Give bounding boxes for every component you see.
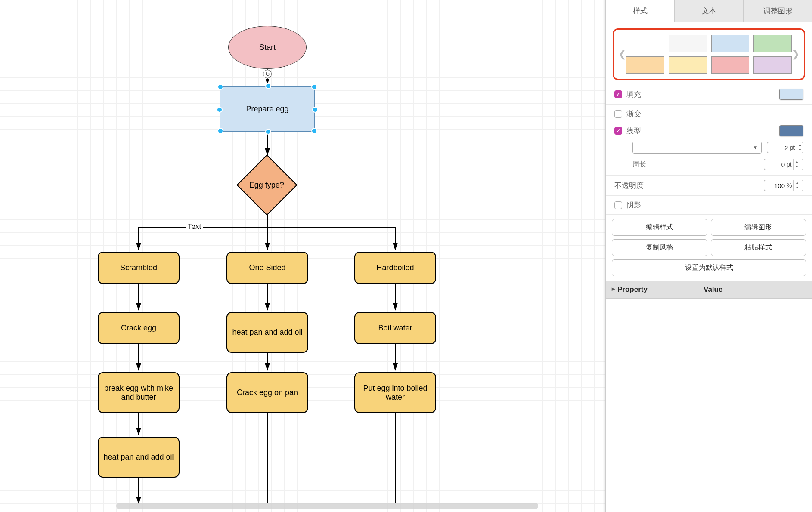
horizontal-scrollbar[interactable] (116, 503, 538, 509)
swatch-white[interactable] (626, 35, 664, 52)
format-sidebar: 样式 文本 调整图形 ❮ ❯ 填充 渐变 线型 (605, 0, 812, 512)
properties-header: ▸ Property Value (606, 281, 812, 299)
label-perimeter: 周长 (632, 160, 646, 169)
swatch-orange[interactable] (626, 56, 664, 74)
label-gradient: 渐变 (626, 109, 641, 119)
row-gradient: 渐变 (606, 105, 812, 123)
stepper-line-width[interactable]: ▲▼ (797, 142, 803, 153)
swatch-prev-icon[interactable]: ❮ (617, 47, 628, 62)
node-crack-egg[interactable]: Crack egg (98, 312, 180, 344)
node-egg-type[interactable]: Egg type? (236, 154, 297, 215)
line-width-input[interactable] (767, 144, 790, 151)
selection-handle[interactable] (217, 128, 223, 134)
checkbox-gradient[interactable] (614, 110, 622, 118)
swatch-blue[interactable] (711, 35, 750, 52)
node-put-egg[interactable]: Put egg into boiled water (354, 372, 436, 413)
rotate-handle-icon[interactable]: ↻ (263, 70, 272, 78)
selection-handle[interactable] (311, 84, 317, 90)
selection-handle[interactable] (217, 84, 223, 90)
row-line-style: ▼ pt ▲▼ (606, 139, 812, 156)
btn-edit-style[interactable]: 编辑样式 (612, 219, 707, 236)
edge-label-text[interactable]: Text (186, 222, 203, 231)
node-crack-on-pan[interactable]: Crack egg on pan (226, 372, 308, 413)
line-color-button[interactable] (779, 125, 803, 136)
tab-text[interactable]: 文本 (675, 0, 744, 22)
selection-handle[interactable] (311, 128, 317, 134)
opacity-input-wrap: % ▲▼ (764, 180, 803, 191)
node-hardboiled[interactable]: Hardboiled (354, 252, 436, 284)
line-width-input-wrap: pt ▲▼ (767, 142, 803, 153)
canvas[interactable]: Start ↻ Prepare egg Egg type? Text Scram… (0, 0, 605, 512)
btn-copy-style[interactable]: 复制风格 (612, 239, 707, 256)
node-boil-water[interactable]: Boil water (354, 312, 436, 344)
line-preview (636, 148, 750, 148)
btn-edit-shape[interactable]: 编辑图形 (711, 219, 806, 236)
btn-set-default[interactable]: 设置为默认样式 (612, 259, 806, 276)
node-start[interactable]: Start (228, 26, 307, 69)
swatch-green[interactable] (753, 35, 792, 52)
stepper-opacity[interactable]: ▲▼ (793, 180, 800, 191)
checkbox-fill[interactable] (614, 90, 622, 98)
node-break-egg[interactable]: break egg with mike and butter (98, 372, 180, 413)
swatch-next-icon[interactable]: ❯ (790, 47, 801, 62)
label-line: 线型 (626, 126, 641, 136)
col-property: Property (617, 285, 704, 294)
tab-style[interactable]: 样式 (606, 0, 675, 22)
row-fill: 填充 (606, 84, 812, 105)
style-swatches-highlighted: ❮ ❯ (613, 28, 805, 80)
style-buttons: 编辑样式 编辑图形 复制风格 粘贴样式 设置为默认样式 (606, 215, 812, 281)
label-opacity: 不透明度 (614, 181, 644, 191)
selection-handle[interactable] (265, 129, 271, 135)
chevron-down-icon: ▼ (753, 145, 758, 151)
line-style-select[interactable]: ▼ (632, 142, 762, 154)
row-line: 线型 (606, 123, 812, 139)
perimeter-input[interactable] (764, 161, 787, 168)
selection-handle[interactable] (265, 83, 271, 89)
checkbox-line[interactable] (614, 127, 622, 135)
stepper-perimeter[interactable]: ▲▼ (793, 159, 800, 170)
row-opacity: 不透明度 % ▲▼ (606, 176, 812, 196)
label-shadow: 阴影 (626, 200, 641, 210)
opacity-input[interactable] (764, 182, 787, 189)
swatch-red[interactable] (711, 56, 750, 74)
swatch-yellow[interactable] (669, 56, 707, 74)
row-shadow: 阴影 (606, 196, 812, 215)
node-one-sided[interactable]: One Sided (226, 252, 308, 284)
disclosure-triangle-icon[interactable]: ▸ (612, 285, 615, 294)
col-value: Value (704, 285, 722, 294)
swatch-grid (626, 35, 792, 74)
node-egg-type-label: Egg type? (249, 181, 284, 190)
tab-arrange[interactable]: 调整图形 (744, 0, 812, 22)
perimeter-input-wrap: pt ▲▼ (764, 159, 803, 170)
sidebar-tabs: 样式 文本 调整图形 (606, 0, 812, 22)
swatch-purple[interactable] (753, 56, 792, 74)
label-fill: 填充 (626, 89, 641, 99)
node-heat-pan-2[interactable]: heat pan and add oil (226, 312, 308, 353)
swatch-lightgray[interactable] (669, 35, 707, 52)
checkbox-shadow[interactable] (614, 201, 622, 209)
node-start-label: Start (259, 43, 276, 52)
node-heat-pan-1[interactable]: heat pan and add oil (98, 437, 180, 478)
selection-handle[interactable] (217, 107, 223, 113)
node-prepare-egg[interactable]: Prepare egg (220, 86, 315, 132)
selection-handle[interactable] (312, 107, 318, 113)
btn-paste-style[interactable]: 粘贴样式 (711, 239, 806, 256)
row-perimeter: 周长 pt ▲▼ (606, 156, 812, 176)
node-scrambled[interactable]: Scrambled (98, 252, 180, 284)
node-prepare-label: Prepare egg (246, 105, 288, 114)
unit-pt: pt (790, 144, 797, 151)
fill-color-button[interactable] (779, 89, 803, 100)
